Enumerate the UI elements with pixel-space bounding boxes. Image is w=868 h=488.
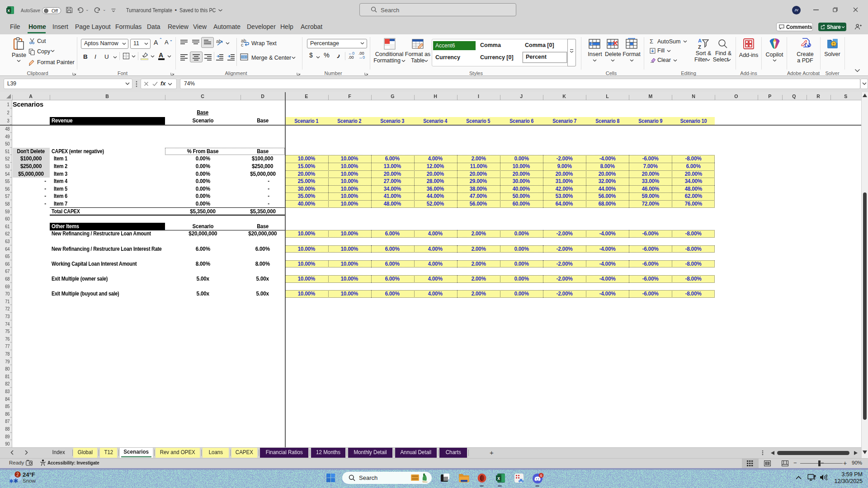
svg-text:x: x: [497, 476, 500, 481]
svg-text:6: 6: [540, 474, 542, 478]
svg-text:2: 2: [16, 472, 19, 477]
